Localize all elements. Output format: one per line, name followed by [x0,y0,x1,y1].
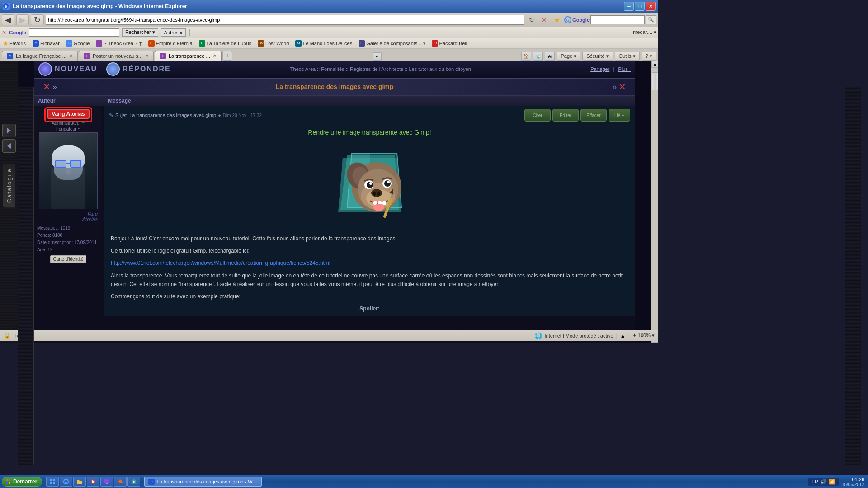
message-cell: ✎ Sujet: La transparence des images avec… [104,106,635,316]
citer-button[interactable]: Citer [524,109,551,122]
profile-area[interactable]: medar.... ▾ [633,29,656,35]
share-link[interactable]: Partager [590,66,609,72]
scroll-thumb[interactable] [652,72,658,90]
security-menu-button[interactable]: Sécurité ▾ [582,52,613,61]
tab-list-button[interactable]: ▾ [373,52,382,61]
nav-double-arrow[interactable]: » [52,82,57,92]
fav-separator [28,40,28,47]
google-label: Google [572,17,590,23]
google-search-input[interactable] [590,15,645,24]
stop-icon[interactable]: ✕ [539,15,550,25]
autres-button[interactable]: Autres » [161,28,186,37]
status-bar: 🔒 Terminé 🌐 Internet | Mode protégé : ac… [0,330,658,341]
nav-arrow-left[interactable]: ✕ [43,81,51,92]
home-icon[interactable]: 🏠 [521,52,531,61]
maximize-button[interactable]: □ [635,2,645,11]
tab-2-label: Poster un nouveau s... [93,53,142,59]
forum-nav-right: » ✕ [612,81,626,92]
svg-text:G: G [566,18,570,23]
fav-item-galerie[interactable]: G Galerie de composants... ▾ [356,39,428,47]
catalog-side-buttons [2,124,16,155]
svg-rect-28 [382,201,386,205]
tab-2-close[interactable]: ✕ [145,53,149,58]
status-sep2: | [628,333,630,339]
fav-item-lostworld[interactable]: LW Lost World [255,39,292,47]
side-btn-1[interactable] [2,124,16,137]
rechercher-button[interactable]: Rechercher ▾ [122,28,158,37]
status-sep: | [616,333,618,339]
forum-topnav-right: Partager | Plus ! [590,66,631,72]
fav-lostworld-label: Lost World [265,41,289,46]
fav-item-manoir[interactable]: M Le Manoir des Délices [292,39,355,47]
status-zoom[interactable]: ✦ 100% ▾ [632,333,655,338]
scroll-up-button[interactable]: ▲ [651,61,659,68]
author-name-badge[interactable]: Varig Atorias [47,109,90,119]
tab-1-close[interactable]: ✕ [69,53,73,58]
post-title-link[interactable]: Rendre une image transparente avec Gimp! [113,129,626,136]
fav-manoir-label: Le Manoir des Délices [303,41,352,46]
post-body: Bonjour à tous! C'est encore moi pour un… [109,235,630,313]
lie-button[interactable]: Lié + [609,109,630,122]
tab-langue-francaise[interactable]: e La langue Française ... ✕ [2,51,78,61]
print-icon[interactable]: 🖨 [545,52,555,61]
fav-item-empire[interactable]: E Empire d'Eternia [146,39,195,47]
svg-point-19 [377,192,380,196]
favorites-label[interactable]: Favoris [9,41,26,46]
fionavar-icon: e [33,40,39,47]
post-body-link[interactable]: http://www.01net.com/telecharger/windows… [111,260,330,266]
nav-close-right[interactable]: ✕ [618,81,626,92]
svg-marker-4 [7,128,11,133]
status-arrow[interactable]: ▲ [620,333,626,339]
fav-galerie-arrow: ▾ [423,41,425,46]
close-button[interactable]: ✕ [646,2,656,11]
author-cell: Varig Atorias Administrateur ~ Fondateur… [34,106,104,316]
google-toolbar-input[interactable] [29,28,119,37]
main-content: Catalogue NOUVEAU RÉPONDRE [0,61,658,343]
favorites-star[interactable]: ★ [3,40,9,47]
editer-button[interactable]: Editer [552,109,579,122]
side-btn-2[interactable] [2,139,16,153]
fav-item-theocarea[interactable]: T ~ Theoc Area ~ † [93,39,144,47]
fav-item-packardbell[interactable]: PB Packard Bell [429,39,470,47]
rss-icon[interactable]: 📡 [533,52,543,61]
author-messages: Messages: 1019 [37,225,99,232]
forum-breadcrumb: Theoc Area :: Formalités :: Registres de… [290,66,471,72]
search-go-button[interactable]: 🔍 [646,15,656,24]
page-menu-button[interactable]: Page ▾ [557,52,580,61]
col-auteur: Auteur [34,96,104,106]
new-tab-button[interactable]: + [222,51,232,61]
plus-link[interactable]: Plus ! [618,66,631,72]
nav-double-arrow-right[interactable]: » [612,82,617,92]
forum-page[interactable]: NOUVEAU RÉPONDRE Theoc Area :: Formalité… [18,61,651,343]
tab-3-close[interactable]: ✕ [213,53,217,58]
scroll-track[interactable] [651,68,658,335]
fav-item-fionavar[interactable]: e Fionavar [30,39,62,47]
fav-item-google[interactable]: G Google [63,39,92,47]
close-tab-x[interactable]: ✕ [2,29,6,36]
forward-button[interactable]: ▶ [16,14,29,25]
tab-poster-nouveau[interactable]: T Poster un nouveau s... ✕ [79,51,154,61]
post-body-p1: Bonjour à tous! C'est encore moi pour un… [111,235,628,243]
address-bar[interactable] [46,15,524,25]
tab-transparence[interactable]: T La transparence ... ✕ [155,51,222,61]
post-subject: Sujet: La transparence des images avec g… [115,113,216,118]
fav-item-taniere[interactable]: L La Tanière de Lupus [196,39,255,47]
author-card-button[interactable]: Carte d'identité [50,255,87,263]
refresh-button[interactable]: ↻ [31,14,44,25]
refresh-icon[interactable]: ↻ [526,15,537,25]
status-lock-icon: 🔒 [4,332,11,339]
catalog-label[interactable]: Catalogue [3,164,15,207]
back-button[interactable]: ◀ [2,14,14,25]
author-penas: Penas: 8180 [37,232,99,239]
taniere-icon: L [199,40,205,47]
svg-marker-5 [7,143,11,149]
effacer-button[interactable]: Effacer [580,109,607,122]
favorites-icon[interactable]: ★ [552,15,562,25]
help-menu-button[interactable]: ? ▾ [642,52,656,61]
tab-icon-2: T [84,53,90,59]
right-scrollbar[interactable]: ▲ ▼ [651,61,658,343]
galerie-icon: G [359,40,365,47]
tools-menu-button[interactable]: Outils ▾ [615,52,640,61]
forum-reply-icon [106,62,120,76]
minimize-button[interactable]: ─ [624,2,634,11]
